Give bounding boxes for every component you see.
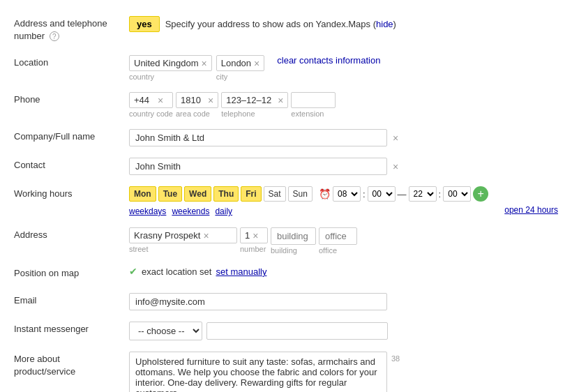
office-sublabel: office — [319, 246, 357, 255]
start-min-select[interactable]: 00 — [368, 186, 396, 202]
telephone-clear-icon[interactable]: × — [278, 96, 283, 105]
section-label: Address and telephone number ? — [14, 10, 129, 50]
day-btn-mon[interactable]: Mon — [129, 186, 156, 202]
office-input[interactable] — [319, 227, 357, 245]
hide-link[interactable]: hide — [376, 19, 393, 29]
add-time-button[interactable]: + — [473, 186, 488, 202]
clock-icon: ⏰ — [319, 188, 331, 199]
check-icon: ✔ — [129, 266, 137, 277]
telephone-input[interactable] — [226, 95, 275, 105]
position-text: exact location set — [142, 266, 211, 277]
contact-clear-icon[interactable]: × — [393, 161, 398, 172]
number-value: 1 — [245, 230, 250, 241]
telephone-sublabel: telephone — [221, 110, 288, 118]
set-manually-link[interactable]: set manually — [216, 266, 266, 277]
email-input[interactable] — [129, 293, 387, 310]
toggle-description: Specify your address to show ads on Yand… — [165, 19, 396, 29]
country-code-input[interactable] — [134, 95, 155, 105]
contact-label: Contact — [14, 152, 129, 181]
country-code-clear-icon[interactable]: × — [158, 96, 163, 105]
country-code-sublabel: country code — [129, 110, 173, 118]
day-btn-tue[interactable]: Tue — [158, 186, 182, 202]
country-value: United Kingdom — [134, 58, 199, 68]
clear-contacts-link[interactable]: clear contacts information — [277, 55, 380, 66]
area-code-clear-icon[interactable]: × — [208, 96, 213, 105]
street-value: Krasny Prospekt — [134, 230, 200, 241]
street-sublabel: street — [129, 245, 237, 253]
start-hour-select[interactable]: 08 — [333, 186, 361, 202]
city-sublabel: city — [216, 73, 265, 81]
position-label: Position on map — [14, 260, 129, 287]
company-input[interactable] — [129, 129, 387, 146]
contact-input[interactable] — [129, 158, 387, 175]
city-clear-icon[interactable]: × — [254, 59, 259, 68]
messenger-value-input[interactable] — [206, 322, 388, 340]
email-label: Email — [14, 287, 129, 316]
yes-toggle-button[interactable]: yes — [129, 16, 160, 32]
number-clear-icon[interactable]: × — [253, 231, 258, 241]
country-field[interactable]: United Kingdom × — [129, 55, 212, 71]
phone-label: Phone — [14, 86, 129, 123]
messenger-select[interactable]: -- choose -- — [129, 322, 202, 340]
weekdays-link[interactable]: weekdays — [129, 206, 166, 216]
company-clear-icon[interactable]: × — [393, 133, 398, 144]
location-label: Location — [14, 50, 129, 86]
weekends-link[interactable]: weekends — [172, 206, 209, 216]
street-field[interactable]: Krasny Prospekt × — [129, 227, 237, 243]
building-sublabel: building — [271, 246, 316, 255]
number-field[interactable]: 1 × — [240, 227, 268, 243]
country-sublabel: country — [129, 73, 212, 81]
telephone-field[interactable]: × — [221, 92, 288, 108]
end-min-select[interactable]: 00 — [443, 186, 471, 202]
area-code-field[interactable]: × — [176, 92, 218, 108]
description-textarea[interactable]: Upholstered furniture to suit any taste:… — [129, 352, 387, 392]
street-clear-icon[interactable]: × — [203, 231, 209, 241]
day-btn-sat[interactable]: Sat — [264, 186, 286, 202]
country-clear-icon[interactable]: × — [202, 59, 207, 68]
working-hours-label: Working hours — [14, 181, 129, 222]
messenger-label: Instant messenger — [14, 316, 129, 346]
building-input[interactable] — [271, 227, 316, 245]
day-btn-thu[interactable]: Thu — [213, 186, 239, 202]
city-value: London — [221, 58, 251, 68]
extension-input[interactable] — [296, 95, 331, 105]
city-field[interactable]: London × — [216, 55, 265, 71]
area-code-input[interactable] — [181, 95, 205, 105]
day-btn-fri[interactable]: Fri — [241, 186, 261, 202]
char-count: 38 — [391, 354, 400, 363]
extension-sublabel: extension — [291, 110, 336, 118]
section-help-icon[interactable]: ? — [50, 31, 59, 41]
country-code-field[interactable]: × — [129, 92, 173, 108]
company-label: Company/Full name — [14, 123, 129, 152]
area-code-sublabel: area code — [176, 110, 218, 118]
number-sublabel: number — [240, 245, 268, 253]
day-btn-sun[interactable]: Sun — [288, 186, 313, 202]
address-label: Address — [14, 222, 129, 260]
open24-link[interactable]: open 24 hours — [504, 205, 558, 215]
day-btn-wed[interactable]: Wed — [184, 186, 211, 202]
extension-field[interactable] — [291, 92, 336, 108]
description-label: More about product/service — [14, 346, 129, 392]
daily-link[interactable]: daily — [215, 206, 232, 216]
description-wrap: Upholstered furniture to suit any taste:… — [129, 352, 387, 392]
end-hour-select[interactable]: 22 — [409, 186, 437, 202]
